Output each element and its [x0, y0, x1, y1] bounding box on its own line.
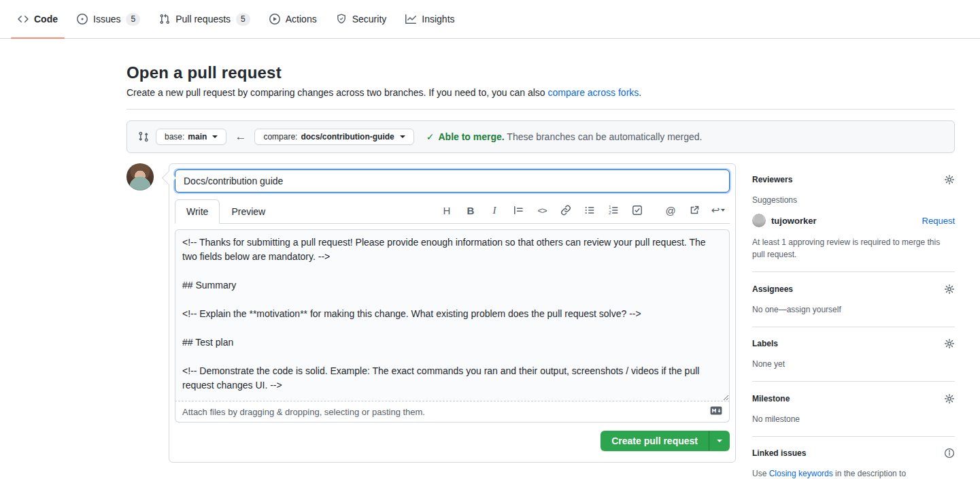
assignees-gear-icon[interactable] — [944, 283, 955, 294]
user-avatar — [126, 163, 154, 191]
base-branch-button[interactable]: base: main — [156, 129, 226, 145]
issues-count-badge: 5 — [126, 13, 140, 26]
tab-label: Pull requests — [175, 14, 231, 24]
milestone-gear-icon[interactable] — [944, 393, 955, 403]
shield-icon — [336, 14, 347, 24]
reviewers-section: Reviewers Suggestions tujoworker Request… — [752, 174, 955, 272]
chevron-down-icon — [212, 135, 218, 138]
base-label: base: — [165, 132, 184, 142]
bold-icon[interactable]: B — [464, 204, 477, 216]
milestone-title: Milestone — [752, 394, 790, 403]
tab-label: Insights — [422, 14, 454, 24]
link-icon[interactable] — [560, 204, 572, 216]
unordered-list-icon[interactable] — [584, 204, 596, 216]
form-actions: Create pull request — [175, 423, 730, 457]
create-pull-request-button[interactable]: Create pull request — [601, 431, 709, 451]
tab-preview[interactable]: Preview — [220, 199, 277, 224]
git-compare-icon — [138, 131, 149, 142]
code-icon — [18, 14, 29, 24]
assignees-title: Assignees — [752, 284, 793, 294]
assignees-body: No one—assign yourself — [752, 303, 955, 316]
tab-issues[interactable]: Issues 5 — [70, 0, 147, 38]
subtitle-period: . — [639, 87, 641, 98]
editor-header: Write Preview H B I <> 12 @ ↩ — [175, 199, 730, 224]
heading-icon[interactable]: H — [441, 204, 453, 216]
labels-section: Labels None yet — [752, 338, 955, 382]
compare-branch-button[interactable]: compare: docs/contribution-guide — [254, 129, 413, 145]
reviewers-title: Reviewers — [752, 175, 792, 184]
quote-icon[interactable] — [512, 204, 524, 216]
review-requirement-note: At least 1 approving review is required … — [752, 236, 955, 261]
request-review-link[interactable]: Request — [922, 216, 955, 226]
create-pull-request-dropdown[interactable] — [709, 431, 730, 451]
reviewers-gear-icon[interactable] — [944, 174, 955, 185]
page-subtitle: Create a new pull request by comparing c… — [126, 87, 955, 98]
chevron-down-icon — [717, 440, 722, 442]
info-icon[interactable] — [944, 448, 955, 459]
assignees-section: Assignees No one—assign yourself — [752, 283, 955, 327]
reviewer-avatar — [752, 214, 766, 227]
subtitle-text: Create a new pull request by comparing c… — [126, 87, 547, 98]
mention-icon[interactable]: @ — [664, 204, 677, 216]
tab-label: Security — [352, 14, 387, 24]
compare-branch-name: docs/contribution-guide — [301, 132, 394, 142]
graph-icon — [405, 14, 416, 24]
tab-label: Code — [34, 14, 58, 24]
reviewer-suggestion-row: tujoworker Request — [752, 214, 955, 227]
base-branch-name: main — [188, 132, 207, 142]
task-list-icon[interactable] — [631, 204, 643, 216]
labels-title: Labels — [752, 339, 778, 348]
tab-write[interactable]: Write — [175, 199, 220, 224]
labels-body: None yet — [752, 358, 955, 370]
pr-form-card: Write Preview H B I <> 12 @ ↩ — [169, 163, 736, 463]
reply-arrow-icon: ↩ — [711, 204, 720, 216]
tab-pull-requests[interactable]: Pull requests 5 — [152, 0, 257, 38]
closing-keywords-link[interactable]: Closing keywords — [769, 469, 833, 478]
pr-sidebar: Reviewers Suggestions tujoworker Request… — [752, 163, 955, 479]
milestone-section: Milestone No milestone — [752, 393, 955, 436]
tab-security[interactable]: Security — [329, 0, 394, 38]
editor-tabs: Write Preview — [175, 199, 277, 223]
linked-issues-body: Use Closing keywords in the description … — [752, 467, 955, 479]
tab-label: Actions — [286, 14, 317, 24]
arrow-left-icon: ← — [233, 130, 248, 144]
merge-status-text: These branches can be automatically merg… — [505, 131, 703, 142]
page-title: Open a pull request — [126, 63, 955, 82]
attach-files-bar[interactable]: Attach files by dragging & dropping, sel… — [175, 401, 730, 423]
linked-issues-text: Use — [752, 469, 769, 478]
branch-selector-bar: base: main ← compare: docs/contribution-… — [126, 120, 955, 153]
milestone-body: No milestone — [752, 413, 955, 425]
tab-insights[interactable]: Insights — [399, 0, 461, 38]
cross-reference-icon[interactable] — [688, 204, 700, 216]
compare-across-forks-link[interactable]: compare across forks — [547, 87, 639, 98]
reviewers-suggestions-label: Suggestions — [752, 194, 955, 206]
italic-icon[interactable]: I — [488, 204, 501, 216]
repo-nav: Code Issues 5 Pull requests 5 Actions Se… — [0, 0, 980, 39]
issue-opened-icon — [77, 14, 88, 24]
tab-label: Issues — [93, 14, 120, 24]
linked-issues-section: Linked issues Use Closing keywords in th… — [752, 448, 955, 479]
attach-files-hint: Attach files by dragging & dropping, sel… — [182, 407, 425, 417]
ordered-list-icon[interactable]: 12 — [607, 204, 620, 216]
check-icon: ✓ — [426, 131, 435, 142]
pr-title-input[interactable] — [175, 169, 730, 193]
markdown-toolbar: H B I <> 12 @ ↩ — [441, 204, 730, 223]
merge-status: ✓Able to merge. These branches can be au… — [426, 131, 703, 142]
markdown-icon[interactable] — [710, 406, 722, 417]
saved-replies-icon[interactable]: ↩ — [712, 204, 724, 216]
pull-requests-count-badge: 5 — [236, 13, 250, 26]
chevron-down-icon — [721, 209, 725, 212]
merge-status-bold: Able to merge. — [438, 131, 504, 142]
compare-label: compare: — [263, 132, 297, 142]
git-pull-request-icon — [159, 14, 170, 24]
labels-gear-icon[interactable] — [944, 338, 955, 349]
svg-text:2: 2 — [609, 210, 611, 215]
divider — [126, 109, 955, 110]
code-icon[interactable]: <> — [536, 204, 548, 216]
tab-actions[interactable]: Actions — [263, 0, 324, 38]
tab-code[interactable]: Code — [11, 0, 65, 38]
play-icon — [269, 14, 280, 24]
linked-issues-title: Linked issues — [752, 448, 806, 458]
reviewer-username: tujoworker — [771, 216, 922, 226]
pr-description-textarea[interactable]: <!-- Thanks for submitting a pull reques… — [175, 229, 730, 401]
